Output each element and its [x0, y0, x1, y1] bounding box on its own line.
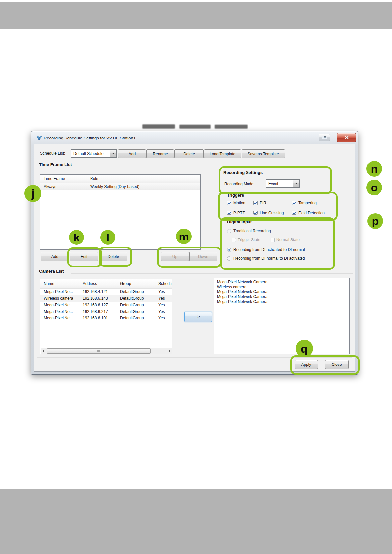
horizontal-scrollbar[interactable]: [41, 348, 172, 354]
scroll-left-button[interactable]: [41, 348, 46, 354]
time-frame-cell: Always: [40, 184, 87, 189]
page-top-band: [0, 2, 392, 29]
titlebar-artifact: [179, 125, 211, 129]
camera-group-cell: DefaultGroup: [117, 309, 155, 314]
annotation-box-apply-close: [290, 355, 360, 375]
camera-row[interactable]: Mega-Pixel Ne... 192.168.6.101 DefaultGr…: [40, 315, 172, 321]
list-item[interactable]: Mega-Pixel Network Camera: [217, 294, 349, 299]
camera-group-cell: DefaultGroup: [117, 303, 155, 307]
annotation-box-delete: [99, 247, 132, 267]
camera-address-cell: 192.168.4.121: [79, 290, 117, 294]
camera-row[interactable]: Mega-Pixel Ne... 192.168.6.217 DefaultGr…: [40, 308, 172, 315]
save-as-template-button[interactable]: Save as Template: [242, 149, 285, 158]
scroll-right-button[interactable]: [167, 348, 172, 354]
chevron-down-icon: [112, 153, 115, 154]
annotation-box-triggers: [218, 192, 338, 221]
add-schedule-button[interactable]: Add: [118, 149, 146, 158]
time-frame-row[interactable]: Always Weekly Setting (Day-based): [40, 183, 200, 190]
annotation-box-digital-input: [220, 217, 335, 270]
list-item[interactable]: Mega-Pixel Network Camera: [217, 290, 349, 294]
camera-name-cell: Mega-Pixel Ne...: [40, 303, 79, 307]
schedule-dropdown[interactable]: Default Schedule: [71, 149, 117, 158]
annotation-circle-l: l: [100, 230, 115, 245]
assign-camera-button[interactable]: ->: [184, 312, 212, 322]
camera-schedule-cell: Yes: [155, 303, 172, 307]
annotation-circle-k: k: [69, 230, 84, 245]
camera-schedule-cell: Yes: [155, 296, 172, 301]
time-frame-table-header: Time Frame Rule: [40, 175, 200, 183]
app-logo-icon: [36, 135, 42, 141]
column-header-schedule[interactable]: Schedule: [155, 279, 172, 288]
annotation-circle-q: q: [296, 340, 313, 357]
annotation-box-recording-settings: [219, 166, 332, 194]
camera-row[interactable]: Mega-Pixel Ne... 192.168.4.121 DefaultGr…: [40, 289, 172, 295]
arrow-left-icon: [43, 350, 44, 352]
column-header-rule[interactable]: Rule: [87, 175, 177, 183]
column-header-empty[interactable]: [177, 175, 200, 183]
annotation-circle-m: m: [176, 229, 192, 244]
close-button[interactable]: [337, 133, 356, 142]
list-item[interactable]: Wireless camera: [217, 285, 349, 290]
camera-address-cell: 192.168.6.101: [79, 316, 117, 320]
camera-address-cell: 192.168.6.217: [79, 309, 117, 314]
camera-name-cell: Mega-Pixel Ne...: [40, 316, 79, 320]
annotation-box-edit: [67, 247, 102, 267]
camera-name-cell: Mega-Pixel Ne...: [40, 290, 79, 294]
titlebar-artifact: [215, 125, 248, 129]
annotation-circle-o: o: [366, 180, 382, 195]
caption-extra-button[interactable]: [319, 134, 330, 141]
time-frame-list-group-label: Time Frame List: [39, 162, 74, 167]
camera-table: Name Address Group Schedule Mega-Pixel N…: [40, 279, 172, 354]
scrollbar-thumb[interactable]: [47, 348, 151, 354]
titlebar-artifact: [142, 124, 175, 129]
dialog-title: Recording Schedule Settings for VVTK_Sta…: [44, 136, 136, 140]
camera-address-cell: 192.168.6.127: [79, 303, 117, 307]
column-header-name[interactable]: Name: [40, 279, 79, 288]
schedule-list-label: Schedule List:: [40, 151, 65, 156]
camera-row[interactable]: Wireless camera 192.168.6.143 DefaultGro…: [40, 295, 172, 302]
camera-schedule-cell: Yes: [155, 316, 172, 320]
rule-cell: Weekly Setting (Day-based): [87, 184, 177, 189]
schedule-dropdown-value: Default Schedule: [71, 150, 110, 157]
camera-name-cell: Mega-Pixel Ne...: [40, 309, 79, 314]
column-header-time-frame[interactable]: Time Frame: [40, 175, 87, 183]
window-icon: [322, 136, 327, 139]
annotation-circle-j: j: [24, 185, 41, 202]
camera-address-cell: 192.168.6.143: [79, 296, 117, 301]
camera-list-group-label: Camera List: [39, 269, 65, 274]
column-header-address[interactable]: Address: [79, 279, 117, 288]
camera-group-cell: DefaultGroup: [117, 296, 155, 301]
grip-icon: [97, 350, 100, 352]
page: Recording Schedule Settings for VVTK_Sta…: [0, 0, 392, 554]
camera-schedule-cell: Yes: [155, 309, 172, 314]
time-frame-add-button[interactable]: Add: [41, 252, 69, 261]
dropdown-arrow-button[interactable]: [110, 150, 116, 157]
annotation-circle-n: n: [366, 161, 382, 177]
rename-schedule-button[interactable]: Rename: [146, 149, 174, 158]
camera-row[interactable]: Mega-Pixel Ne... 192.168.6.127 DefaultGr…: [40, 302, 172, 308]
camera-schedule-cell: Yes: [155, 290, 172, 294]
camera-group-cell: DefaultGroup: [117, 316, 155, 320]
camera-name-cell: Wireless camera: [40, 296, 79, 301]
page-divider-line: [0, 33, 392, 33]
camera-table-header: Name Address Group Schedule: [40, 279, 172, 289]
list-item[interactable]: Mega-Pixel Network Camera: [217, 299, 349, 304]
load-template-button[interactable]: Load Template: [204, 149, 241, 158]
annotation-circle-p: p: [367, 213, 383, 229]
column-header-group[interactable]: Group: [117, 279, 155, 288]
delete-schedule-button[interactable]: Delete: [174, 149, 204, 158]
arrow-right-icon: [169, 350, 170, 352]
camera-group-cell: DefaultGroup: [117, 290, 155, 294]
annotation-box-up-down: [157, 247, 222, 268]
close-x-icon: [345, 136, 349, 139]
dialog-titlebar[interactable]: Recording Schedule Settings for VVTK_Sta…: [31, 131, 358, 144]
list-item[interactable]: Mega-Pixel Network Camera: [217, 280, 349, 285]
page-bottom-band: [0, 489, 392, 554]
assigned-camera-listbox[interactable]: Mega-Pixel Network Camera Wireless camer…: [214, 278, 350, 354]
group-divider: [71, 273, 353, 274]
